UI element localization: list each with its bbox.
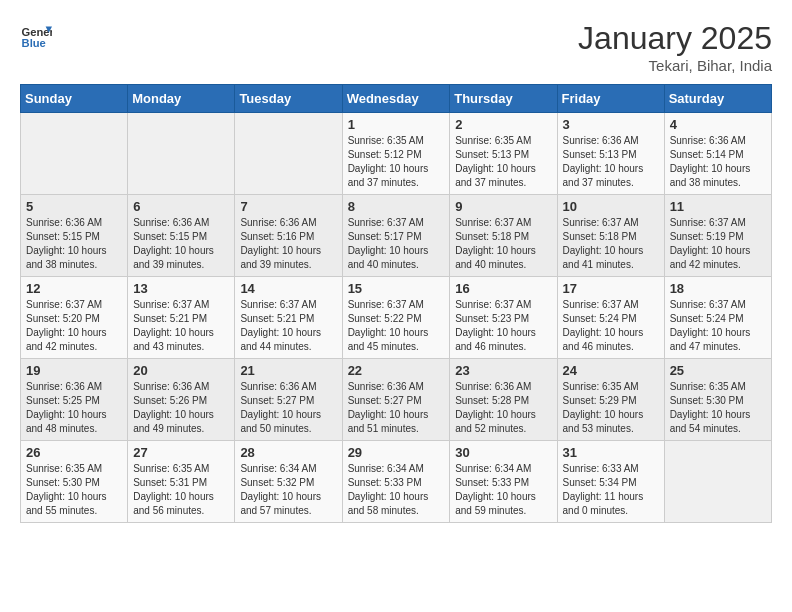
day-number: 18 xyxy=(670,281,766,296)
calendar-cell: 15Sunrise: 6:37 AM Sunset: 5:22 PM Dayli… xyxy=(342,277,450,359)
calendar-week-row: 26Sunrise: 6:35 AM Sunset: 5:30 PM Dayli… xyxy=(21,441,772,523)
weekday-header-sunday: Sunday xyxy=(21,85,128,113)
calendar-week-row: 19Sunrise: 6:36 AM Sunset: 5:25 PM Dayli… xyxy=(21,359,772,441)
day-number: 20 xyxy=(133,363,229,378)
calendar-cell: 14Sunrise: 6:37 AM Sunset: 5:21 PM Dayli… xyxy=(235,277,342,359)
day-number: 12 xyxy=(26,281,122,296)
location: Tekari, Bihar, India xyxy=(578,57,772,74)
day-info: Sunrise: 6:34 AM Sunset: 5:33 PM Dayligh… xyxy=(455,462,551,518)
calendar-cell xyxy=(128,113,235,195)
day-number: 2 xyxy=(455,117,551,132)
svg-text:Blue: Blue xyxy=(22,37,46,49)
day-info: Sunrise: 6:35 AM Sunset: 5:13 PM Dayligh… xyxy=(455,134,551,190)
day-number: 28 xyxy=(240,445,336,460)
day-info: Sunrise: 6:36 AM Sunset: 5:27 PM Dayligh… xyxy=(348,380,445,436)
calendar-cell: 9Sunrise: 6:37 AM Sunset: 5:18 PM Daylig… xyxy=(450,195,557,277)
calendar-cell: 26Sunrise: 6:35 AM Sunset: 5:30 PM Dayli… xyxy=(21,441,128,523)
month-title: January 2025 xyxy=(578,20,772,57)
day-info: Sunrise: 6:36 AM Sunset: 5:15 PM Dayligh… xyxy=(26,216,122,272)
day-number: 29 xyxy=(348,445,445,460)
weekday-header-monday: Monday xyxy=(128,85,235,113)
day-info: Sunrise: 6:36 AM Sunset: 5:27 PM Dayligh… xyxy=(240,380,336,436)
day-info: Sunrise: 6:37 AM Sunset: 5:24 PM Dayligh… xyxy=(563,298,659,354)
day-number: 26 xyxy=(26,445,122,460)
calendar-cell xyxy=(21,113,128,195)
day-info: Sunrise: 6:35 AM Sunset: 5:12 PM Dayligh… xyxy=(348,134,445,190)
day-number: 8 xyxy=(348,199,445,214)
day-number: 7 xyxy=(240,199,336,214)
calendar-cell: 23Sunrise: 6:36 AM Sunset: 5:28 PM Dayli… xyxy=(450,359,557,441)
day-info: Sunrise: 6:36 AM Sunset: 5:16 PM Dayligh… xyxy=(240,216,336,272)
weekday-header-wednesday: Wednesday xyxy=(342,85,450,113)
day-number: 6 xyxy=(133,199,229,214)
calendar-week-row: 5Sunrise: 6:36 AM Sunset: 5:15 PM Daylig… xyxy=(21,195,772,277)
day-number: 5 xyxy=(26,199,122,214)
day-number: 17 xyxy=(563,281,659,296)
calendar-table: SundayMondayTuesdayWednesdayThursdayFrid… xyxy=(20,84,772,523)
calendar-cell: 20Sunrise: 6:36 AM Sunset: 5:26 PM Dayli… xyxy=(128,359,235,441)
day-info: Sunrise: 6:37 AM Sunset: 5:18 PM Dayligh… xyxy=(455,216,551,272)
calendar-cell: 31Sunrise: 6:33 AM Sunset: 5:34 PM Dayli… xyxy=(557,441,664,523)
day-info: Sunrise: 6:37 AM Sunset: 5:18 PM Dayligh… xyxy=(563,216,659,272)
day-info: Sunrise: 6:35 AM Sunset: 5:29 PM Dayligh… xyxy=(563,380,659,436)
calendar-cell: 16Sunrise: 6:37 AM Sunset: 5:23 PM Dayli… xyxy=(450,277,557,359)
calendar-cell: 28Sunrise: 6:34 AM Sunset: 5:32 PM Dayli… xyxy=(235,441,342,523)
calendar-cell: 13Sunrise: 6:37 AM Sunset: 5:21 PM Dayli… xyxy=(128,277,235,359)
calendar-cell: 6Sunrise: 6:36 AM Sunset: 5:15 PM Daylig… xyxy=(128,195,235,277)
calendar-cell: 30Sunrise: 6:34 AM Sunset: 5:33 PM Dayli… xyxy=(450,441,557,523)
calendar-cell: 4Sunrise: 6:36 AM Sunset: 5:14 PM Daylig… xyxy=(664,113,771,195)
day-number: 21 xyxy=(240,363,336,378)
calendar-cell: 8Sunrise: 6:37 AM Sunset: 5:17 PM Daylig… xyxy=(342,195,450,277)
calendar-cell: 1Sunrise: 6:35 AM Sunset: 5:12 PM Daylig… xyxy=(342,113,450,195)
day-info: Sunrise: 6:37 AM Sunset: 5:21 PM Dayligh… xyxy=(240,298,336,354)
calendar-cell: 10Sunrise: 6:37 AM Sunset: 5:18 PM Dayli… xyxy=(557,195,664,277)
day-info: Sunrise: 6:37 AM Sunset: 5:20 PM Dayligh… xyxy=(26,298,122,354)
day-info: Sunrise: 6:37 AM Sunset: 5:17 PM Dayligh… xyxy=(348,216,445,272)
calendar-week-row: 12Sunrise: 6:37 AM Sunset: 5:20 PM Dayli… xyxy=(21,277,772,359)
calendar-cell: 18Sunrise: 6:37 AM Sunset: 5:24 PM Dayli… xyxy=(664,277,771,359)
day-number: 25 xyxy=(670,363,766,378)
day-info: Sunrise: 6:35 AM Sunset: 5:31 PM Dayligh… xyxy=(133,462,229,518)
day-number: 22 xyxy=(348,363,445,378)
calendar-cell: 7Sunrise: 6:36 AM Sunset: 5:16 PM Daylig… xyxy=(235,195,342,277)
day-info: Sunrise: 6:37 AM Sunset: 5:23 PM Dayligh… xyxy=(455,298,551,354)
calendar-cell: 21Sunrise: 6:36 AM Sunset: 5:27 PM Dayli… xyxy=(235,359,342,441)
day-info: Sunrise: 6:36 AM Sunset: 5:15 PM Dayligh… xyxy=(133,216,229,272)
calendar-cell: 17Sunrise: 6:37 AM Sunset: 5:24 PM Dayli… xyxy=(557,277,664,359)
calendar-cell: 22Sunrise: 6:36 AM Sunset: 5:27 PM Dayli… xyxy=(342,359,450,441)
day-number: 1 xyxy=(348,117,445,132)
day-number: 23 xyxy=(455,363,551,378)
day-info: Sunrise: 6:33 AM Sunset: 5:34 PM Dayligh… xyxy=(563,462,659,518)
weekday-header-friday: Friday xyxy=(557,85,664,113)
day-number: 14 xyxy=(240,281,336,296)
day-number: 24 xyxy=(563,363,659,378)
day-number: 16 xyxy=(455,281,551,296)
calendar-cell: 11Sunrise: 6:37 AM Sunset: 5:19 PM Dayli… xyxy=(664,195,771,277)
title-block: January 2025 Tekari, Bihar, India xyxy=(578,20,772,74)
day-number: 4 xyxy=(670,117,766,132)
day-number: 15 xyxy=(348,281,445,296)
calendar-cell: 24Sunrise: 6:35 AM Sunset: 5:29 PM Dayli… xyxy=(557,359,664,441)
logo-icon: General Blue xyxy=(20,20,52,52)
day-info: Sunrise: 6:36 AM Sunset: 5:25 PM Dayligh… xyxy=(26,380,122,436)
day-info: Sunrise: 6:36 AM Sunset: 5:28 PM Dayligh… xyxy=(455,380,551,436)
calendar-cell xyxy=(664,441,771,523)
day-info: Sunrise: 6:35 AM Sunset: 5:30 PM Dayligh… xyxy=(26,462,122,518)
calendar-week-row: 1Sunrise: 6:35 AM Sunset: 5:12 PM Daylig… xyxy=(21,113,772,195)
page-header: General Blue January 2025 Tekari, Bihar,… xyxy=(20,20,772,74)
weekday-header-saturday: Saturday xyxy=(664,85,771,113)
day-info: Sunrise: 6:34 AM Sunset: 5:32 PM Dayligh… xyxy=(240,462,336,518)
weekday-header-tuesday: Tuesday xyxy=(235,85,342,113)
day-info: Sunrise: 6:36 AM Sunset: 5:26 PM Dayligh… xyxy=(133,380,229,436)
day-info: Sunrise: 6:37 AM Sunset: 5:21 PM Dayligh… xyxy=(133,298,229,354)
weekday-header-row: SundayMondayTuesdayWednesdayThursdayFrid… xyxy=(21,85,772,113)
calendar-cell: 27Sunrise: 6:35 AM Sunset: 5:31 PM Dayli… xyxy=(128,441,235,523)
calendar-cell: 3Sunrise: 6:36 AM Sunset: 5:13 PM Daylig… xyxy=(557,113,664,195)
calendar-cell xyxy=(235,113,342,195)
day-info: Sunrise: 6:37 AM Sunset: 5:22 PM Dayligh… xyxy=(348,298,445,354)
day-number: 13 xyxy=(133,281,229,296)
day-number: 30 xyxy=(455,445,551,460)
calendar-cell: 29Sunrise: 6:34 AM Sunset: 5:33 PM Dayli… xyxy=(342,441,450,523)
day-info: Sunrise: 6:34 AM Sunset: 5:33 PM Dayligh… xyxy=(348,462,445,518)
weekday-header-thursday: Thursday xyxy=(450,85,557,113)
